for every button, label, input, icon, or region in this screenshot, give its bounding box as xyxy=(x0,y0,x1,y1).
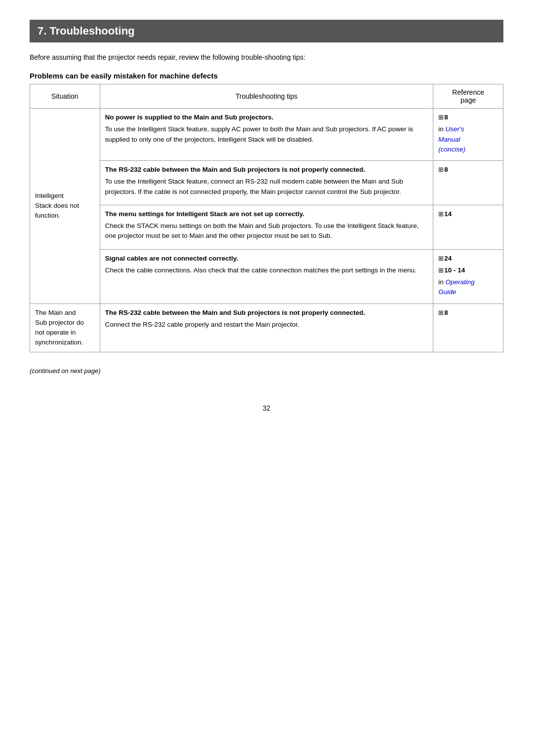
tip-bold-2: The RS-232 cable between the Main and Su… xyxy=(105,165,428,175)
tip-normal-2: To use the Intelligent Stack feature, co… xyxy=(105,177,428,197)
situation-text-sync: The Main andSub projector donot operate … xyxy=(35,309,84,346)
tip-normal-4: Check the cable connections. Also check … xyxy=(105,265,428,275)
tip-normal-3: Check the STACK menu settings on both th… xyxy=(105,221,428,241)
table-row: The Main andSub projector donot operate … xyxy=(30,303,503,352)
col-header-reference: Referencepage xyxy=(433,84,503,109)
ref-cell-1: 8 in User'sManual(concise) xyxy=(433,109,503,161)
ref-icon-4b: 10 - 14 xyxy=(438,265,498,275)
situation-cell-intelligent-stack: IntelligentStack does notfunction. xyxy=(30,109,100,304)
ref-link-4: OperatingGuide xyxy=(438,278,475,296)
col-header-tips: Troubleshooting tips xyxy=(100,84,433,109)
ref-cell-5: 8 xyxy=(433,303,503,352)
ref-icon-5: 8 xyxy=(438,308,498,318)
ref-link-1: User'sManual(concise) xyxy=(438,125,465,153)
tip-normal-1: To use the Intelligent Stack feature, su… xyxy=(105,124,428,145)
ref-cell-3: 14 xyxy=(433,205,503,249)
tips-cell-4: Signal cables are not connected correctl… xyxy=(100,249,433,303)
tip-bold-4: Signal cables are not connected correctl… xyxy=(105,254,428,264)
ref-cell-2: 8 xyxy=(433,161,503,205)
table-row: The RS-232 cable between the Main and Su… xyxy=(30,161,503,205)
tip-bold-3: The menu settings for Intelligent Stack … xyxy=(105,209,428,219)
intro-text: Before assuming that the projector needs… xyxy=(30,52,503,63)
table-row: The menu settings for Intelligent Stack … xyxy=(30,205,503,249)
continued-text: (continued on next page) xyxy=(30,367,503,375)
col-header-situation: Situation xyxy=(30,84,100,109)
tip-normal-5: Connect the RS-232 cable properly and re… xyxy=(105,320,428,330)
situation-text: IntelligentStack does notfunction. xyxy=(35,192,79,220)
ref-icon-2: 8 xyxy=(438,165,498,175)
tips-cell-1: No power is supplied to the Main and Sub… xyxy=(100,109,433,161)
ref-icon-1: 8 xyxy=(438,113,498,122)
tip-bold-5: The RS-232 cable between the Main and Su… xyxy=(105,308,428,318)
section-header: 7. Troubleshooting xyxy=(30,20,503,42)
ref-text-4: in OperatingGuide xyxy=(438,277,498,298)
table-row: IntelligentStack does notfunction. No po… xyxy=(30,109,503,161)
troubleshooting-table: Situation Troubleshooting tips Reference… xyxy=(30,84,503,352)
tips-cell-2: The RS-232 cable between the Main and Su… xyxy=(100,161,433,205)
tips-cell-3: The menu settings for Intelligent Stack … xyxy=(100,205,433,249)
ref-icon-4a: 24 xyxy=(438,254,498,264)
situation-cell-sync: The Main andSub projector donot operate … xyxy=(30,303,100,352)
ref-text-1: in User'sManual(concise) xyxy=(438,124,498,154)
ref-icon-3: 14 xyxy=(438,209,498,219)
page-number: 32 xyxy=(30,404,503,412)
section-title: 7. Troubleshooting xyxy=(38,25,135,38)
table-row: Signal cables are not connected correctl… xyxy=(30,249,503,303)
tips-cell-5: The RS-232 cable between the Main and Su… xyxy=(100,303,433,352)
table-heading: Problems can be easily mistaken for mach… xyxy=(30,72,503,80)
tip-bold-1: No power is supplied to the Main and Sub… xyxy=(105,113,428,122)
ref-cell-4: 24 10 - 14 in OperatingGuide xyxy=(433,249,503,303)
